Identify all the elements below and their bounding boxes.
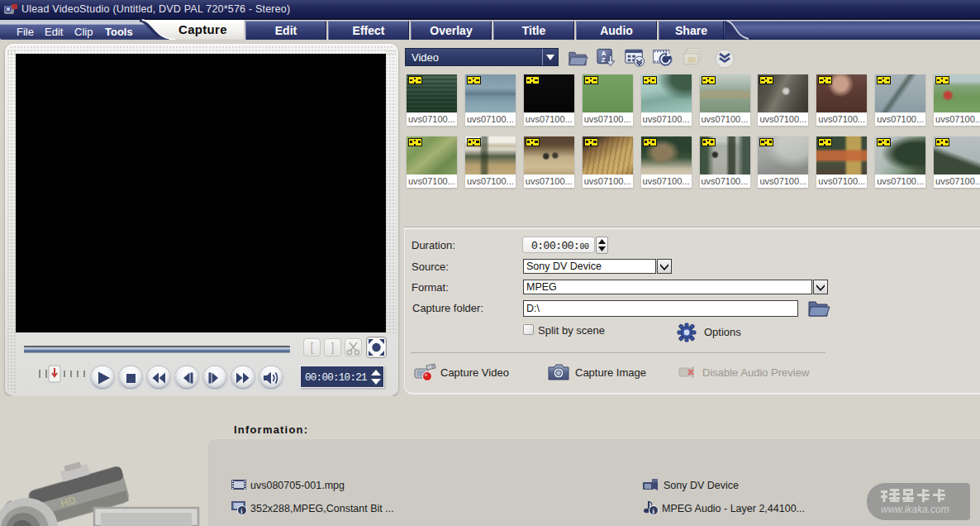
svg-text:www.ikaka.com: www.ikaka.com [881,504,949,515]
svg-text:Z: Z [602,56,606,64]
